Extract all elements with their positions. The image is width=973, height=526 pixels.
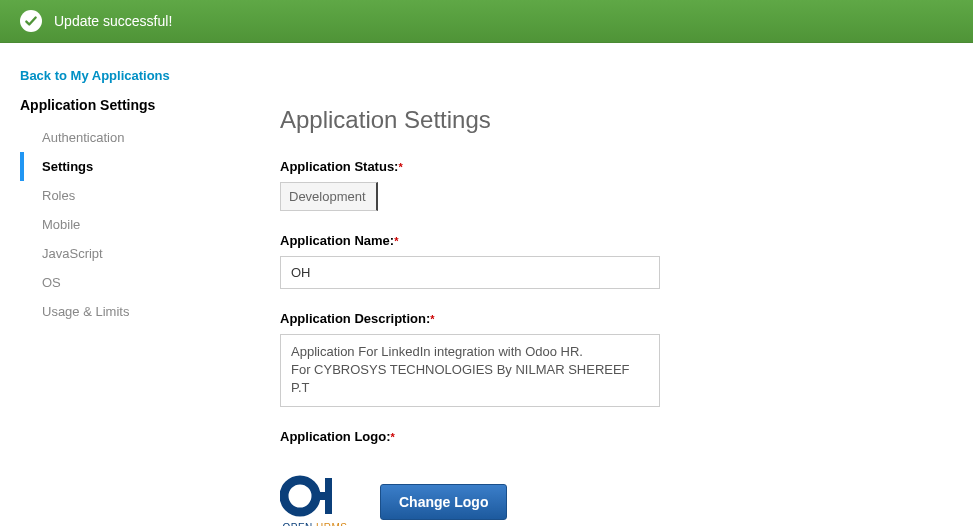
sidebar-item-authentication[interactable]: Authentication [20,123,230,152]
sidebar-item-settings[interactable]: Settings [20,152,230,181]
application-name-label: Application Name:* [280,233,398,248]
svg-rect-2 [316,492,326,500]
sidebar-title: Application Settings [20,97,230,113]
success-banner: Update successful! [0,0,973,43]
logo-caption: OPEN HRMS [280,522,350,526]
back-to-applications-link[interactable]: Back to My Applications [20,68,230,83]
sidebar-item-usage-limits[interactable]: Usage & Limits [20,297,230,326]
sidebar-item-os[interactable]: OS [20,268,230,297]
application-logo-label: Application Logo:* [280,429,395,444]
application-name-field: Application Name:* [280,233,800,289]
sidebar-item-javascript[interactable]: JavaScript [20,239,230,268]
svg-point-0 [284,480,316,512]
open-hrms-logo-icon [280,472,350,520]
application-description-label: Application Description:* [280,311,435,326]
application-logo-field: Application Logo:* OPEN HRMS Change Logo [280,429,800,526]
svg-rect-1 [325,478,332,514]
application-status-field: Application Status:* Development [280,159,800,211]
application-status-label: Application Status:* [280,159,403,174]
check-circle-icon [20,10,42,32]
application-description-field: Application Description:* Application Fo… [280,311,800,407]
banner-text: Update successful! [54,13,172,29]
main-content: Application Settings Application Status:… [280,68,800,526]
application-name-input[interactable] [280,256,660,289]
change-logo-button[interactable]: Change Logo [380,484,507,520]
application-logo-image: OPEN HRMS [280,472,350,526]
sidebar-item-roles[interactable]: Roles [20,181,230,210]
application-description-input[interactable]: Application For LinkedIn integration wit… [280,334,660,407]
page-title: Application Settings [280,106,800,134]
sidebar: Back to My Applications Application Sett… [20,68,230,526]
sidebar-item-mobile[interactable]: Mobile [20,210,230,239]
application-status-select[interactable]: Development [280,182,378,211]
